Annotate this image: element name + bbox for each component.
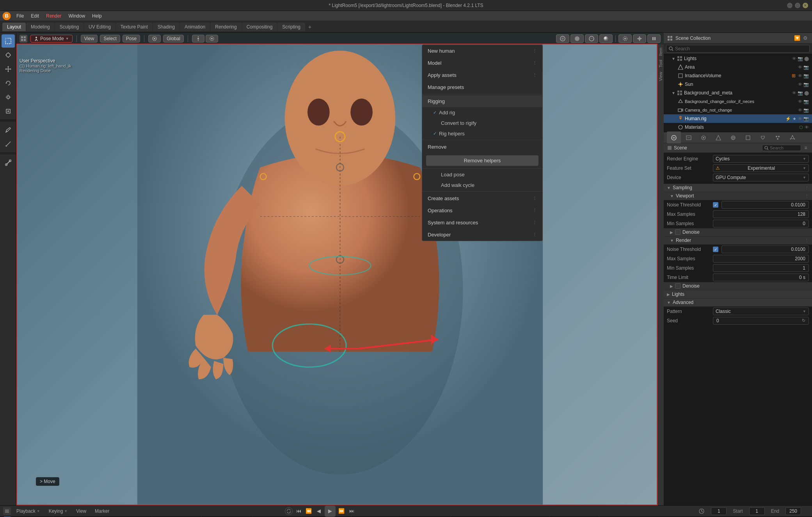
tab-rendering[interactable]: Rendering — [210, 23, 241, 31]
tree-item-irradiance[interactable]: IrradianceVolume ⊞ 👁📷 — [664, 71, 812, 80]
model-item[interactable]: Model ⋮ — [422, 57, 542, 69]
load-pose-item[interactable]: Load pose — [422, 169, 542, 180]
tl-keying-btn[interactable]: Keying ▼ — [46, 508, 71, 515]
render-engine-select[interactable]: Cycles ▼ — [713, 155, 809, 163]
proportional-edit-button[interactable] — [206, 35, 218, 43]
rnoise-value[interactable]: 0.0100 — [721, 245, 809, 253]
lights-section-toggle[interactable]: ▶ Lights — [664, 290, 812, 298]
move-tool[interactable] — [2, 62, 15, 76]
menu-help[interactable]: Help — [89, 12, 105, 20]
props-tab-world[interactable] — [726, 131, 740, 144]
props-tab-scene[interactable] — [711, 131, 725, 144]
scene-header-row[interactable]: Scene Search ≡ — [664, 143, 812, 153]
tab-scripting[interactable]: Scripting — [277, 23, 305, 31]
view-menu-button[interactable]: View — [81, 35, 98, 43]
props-tab-physics[interactable] — [785, 131, 800, 144]
new-human-item[interactable]: New human ⋮ — [422, 45, 542, 57]
menu-window[interactable]: Window — [65, 12, 88, 20]
xray-button[interactable] — [556, 34, 569, 43]
menu-file[interactable]: File — [13, 12, 27, 20]
outliner-filter-btn[interactable]: 🔽 — [794, 35, 801, 42]
noise-threshold-value[interactable]: 0.0100 — [721, 201, 809, 209]
tab-modeling[interactable]: Modeling — [26, 23, 55, 31]
props-tab-object[interactable] — [741, 131, 755, 144]
tab-sculpting[interactable]: Sculpting — [55, 23, 84, 31]
add-workspace-button[interactable]: + — [306, 23, 314, 31]
annotate-tool[interactable] — [2, 123, 15, 137]
close-button[interactable]: ✕ — [803, 3, 808, 8]
add-walk-cycle-item[interactable]: Add walk cycle — [422, 180, 542, 190]
convert-rigify-item[interactable]: Convert to rigify — [422, 118, 542, 128]
viewport-content[interactable]: Z Y X User Perspective (1) Human.rig: — [16, 44, 664, 505]
tab-animation[interactable]: Animation — [180, 23, 210, 31]
step-forward-button[interactable]: ⏩ — [337, 507, 346, 515]
outliner-search-box[interactable]: Search — [666, 45, 810, 53]
denoise-toggle[interactable]: ▶ Denoise — [664, 228, 812, 236]
feature-set-select[interactable]: ⚠ Experimental ▼ — [713, 164, 809, 172]
device-select[interactable]: GPU Compute ▼ — [713, 174, 809, 181]
rmax-value[interactable]: 2000 — [713, 255, 809, 263]
tree-item-camera[interactable]: Camera_do_not_change 👁📷 — [664, 106, 812, 114]
rotate-tool[interactable] — [2, 76, 15, 90]
render-denoise-toggle[interactable]: ▶ Denoise — [664, 282, 812, 290]
props-tab-output[interactable] — [682, 131, 696, 144]
tab-compositing[interactable]: Compositing — [242, 23, 277, 31]
tl-playback-btn[interactable]: Playback ▼ — [13, 508, 43, 515]
viewport-toggle[interactable] — [20, 35, 27, 43]
start-frame[interactable]: 1 — [749, 507, 765, 515]
system-resources-item[interactable]: System and resources ⋮ — [422, 217, 542, 229]
remove-helpers-button[interactable]: Remove helpers — [426, 155, 538, 166]
rmin-value[interactable]: 1 — [713, 264, 809, 272]
rnoise-checkbox[interactable]: ✓ — [713, 247, 718, 252]
measure-tool[interactable] — [2, 137, 15, 151]
tree-item-materials[interactable]: Materials ⬡ 👁 — [664, 123, 812, 131]
transform-orientation-button[interactable]: Global — [163, 35, 184, 43]
developer-item[interactable]: Developer ⋮ — [422, 229, 542, 241]
viewport[interactable]: Pose Mode ▼ View Select Pose Global — [16, 33, 664, 505]
props-filter-btn[interactable]: ≡ — [803, 145, 809, 151]
tree-item-lights[interactable]: ▼ Lights 👁 📷 ⬤ — [664, 54, 812, 63]
create-assets-item[interactable]: Create assets ⋮ — [422, 192, 542, 204]
tree-item-humanrig[interactable]: Human.rig ⚡ ★ 👁📷 — [664, 114, 812, 123]
snap-button[interactable] — [192, 35, 204, 43]
gizmos-button[interactable] — [633, 34, 646, 43]
minimize-button[interactable]: ─ — [787, 3, 792, 8]
tab-shading[interactable]: Shading — [153, 23, 179, 31]
props-tab-particles[interactable] — [771, 131, 785, 144]
operations-item[interactable]: Operations ⋮ — [422, 204, 542, 217]
tree-item-area[interactable]: Area 👁📷 — [664, 63, 812, 71]
select-box-tool[interactable] — [2, 34, 15, 48]
sync-button[interactable] — [285, 507, 293, 515]
menu-edit[interactable]: Edit — [28, 12, 42, 20]
shading-rendered[interactable] — [599, 34, 613, 43]
shading-solid[interactable] — [570, 34, 584, 43]
viewport-overlays-button[interactable] — [618, 34, 632, 43]
noise-threshold-checkbox[interactable]: ✓ — [713, 202, 718, 208]
apply-assets-item[interactable]: Apply assets ⋮ — [422, 69, 542, 81]
pose-mode-button[interactable]: Pose Mode ▼ — [30, 35, 73, 43]
play-back-button[interactable]: ◀ — [314, 507, 323, 515]
sidebar-item-view[interactable]: View — [657, 70, 664, 83]
max-samples-value[interactable]: 128 — [713, 210, 809, 218]
menu-render[interactable]: Render — [43, 12, 64, 20]
tab-layout[interactable]: Layout — [2, 23, 26, 31]
outliner-settings-btn[interactable]: ⚙ — [802, 35, 809, 42]
manage-presets-item[interactable]: Manage presets — [422, 81, 542, 93]
maximize-button[interactable]: □ — [795, 3, 800, 8]
end-frame[interactable]: 250 — [785, 507, 801, 515]
props-tab-modifiers[interactable] — [756, 131, 770, 144]
tree-item-sun[interactable]: Sun 👁📷 — [664, 80, 812, 89]
tab-texture-paint[interactable]: Texture Paint — [116, 23, 153, 31]
rdenoise-checkbox[interactable] — [675, 283, 681, 289]
tl-view-btn[interactable]: View — [73, 508, 89, 515]
props-search-box[interactable]: Search — [762, 145, 801, 151]
tree-item-bgchange[interactable]: Background_change_color_if_neces 👁📷 — [664, 97, 812, 106]
timeline-toggle[interactable] — [3, 507, 11, 515]
advanced-section-toggle[interactable]: ▼ Advanced — [664, 298, 812, 307]
pose-menu-button[interactable]: Pose — [123, 35, 140, 43]
step-back-button[interactable]: ⏪ — [304, 507, 313, 515]
viewport-section-toggle[interactable]: ▼ Viewport ⋮ — [664, 192, 812, 200]
transform-pivot-button[interactable] — [148, 35, 161, 43]
sidebar-item-item[interactable]: Item — [657, 46, 664, 57]
jump-start-button[interactable]: ⏮ — [294, 507, 303, 515]
